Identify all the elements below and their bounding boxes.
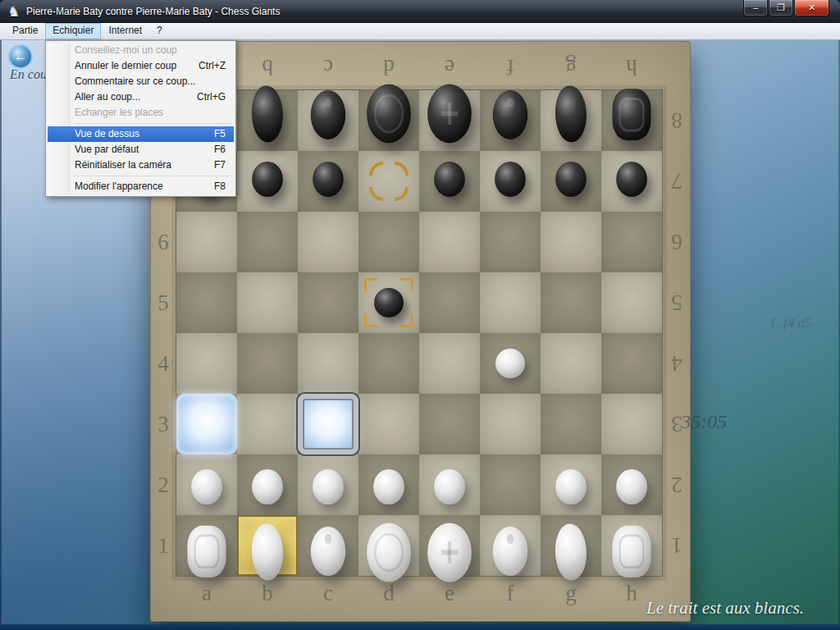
square-b4[interactable]: [237, 333, 298, 394]
menu-item-shortcut: F7: [214, 158, 226, 173]
menu-item-label: Conseillez-moi un coup: [75, 44, 177, 56]
file-label-top-b: b: [237, 54, 298, 80]
square-b6[interactable]: [237, 212, 298, 272]
piece-white-knight-g1[interactable]: [555, 524, 587, 581]
piece-black-rook-h8[interactable]: [612, 89, 651, 140]
piece-white-pawn-h2[interactable]: [616, 469, 647, 504]
menu-item-echanger-les-places: Echanger les places: [48, 105, 234, 121]
menu-item-shortcut: Ctrl+Z: [199, 58, 226, 74]
piece-white-king-e1[interactable]: [427, 523, 472, 582]
rank-label-right-1: 1: [664, 515, 690, 576]
square-d6[interactable]: [358, 212, 419, 272]
title-bar[interactable]: ♞ Pierre-Marie Baty contre Pierre-Marie …: [0, 0, 840, 23]
piece-white-pawn-f4[interactable]: [495, 349, 525, 378]
piece-black-pawn-c7[interactable]: [313, 162, 344, 197]
square-e4[interactable]: [419, 333, 480, 394]
square-b3[interactable]: [237, 394, 298, 454]
menu-item-vue-de-dessus[interactable]: Vue de dessusF5: [48, 126, 234, 142]
rank-label-right-2: 2: [664, 454, 690, 515]
piece-black-queen-d8[interactable]: [367, 84, 411, 144]
menu-item-shortcut: Ctrl+G: [197, 89, 226, 105]
app-icon: ♞: [7, 3, 20, 21]
piece-white-rook-a1[interactable]: [187, 526, 226, 578]
rank-label-left-5: 5: [150, 272, 176, 333]
menu-item-vue-par-d-faut[interactable]: Vue par défautF6: [48, 142, 234, 158]
square-g5[interactable]: [541, 272, 601, 333]
piece-white-pawn-d2[interactable]: [373, 469, 404, 504]
square-c6[interactable]: [298, 212, 358, 272]
menubar: PartieEchiquierInternet?: [0, 23, 840, 40]
menu-item-aller-au-coup[interactable]: Aller au coup...Ctrl+G: [48, 89, 234, 105]
square-a6[interactable]: [176, 212, 237, 272]
menu-item-label: Commentaire sur ce coup...: [75, 75, 195, 87]
square-d3[interactable]: [358, 394, 419, 454]
marker-corner-tr: [400, 278, 413, 291]
piece-black-bishop-f8[interactable]: [493, 90, 528, 139]
piece-black-bishop-c8[interactable]: [311, 90, 346, 139]
square-a4[interactable]: [176, 333, 237, 394]
menubar-item-echiquier[interactable]: Echiquier: [45, 23, 101, 39]
file-label-top-c: c: [298, 54, 358, 80]
square-e3[interactable]: [419, 394, 480, 454]
piece-black-pawn-h7[interactable]: [616, 162, 647, 197]
move-list: 1. f4 d5: [769, 315, 811, 331]
square-c4[interactable]: [298, 333, 358, 394]
square-f6[interactable]: [480, 212, 541, 272]
square-d4[interactable]: [358, 333, 419, 394]
square-h6[interactable]: [601, 212, 662, 272]
menu-item-label: Réinitialiser la caméra: [75, 159, 171, 171]
piece-white-pawn-a2[interactable]: [191, 469, 222, 504]
file-label-bottom-e: e: [419, 581, 480, 606]
square-e5[interactable]: [419, 272, 480, 333]
marker-corner-br: [395, 187, 409, 201]
back-arrow-button[interactable]: ←: [8, 44, 33, 69]
menu-item-modifier-l-apparence[interactable]: Modifier l'apparenceF8: [48, 179, 234, 194]
piece-black-pawn-f7[interactable]: [495, 162, 526, 197]
piece-white-bishop-f1[interactable]: [493, 527, 528, 576]
piece-black-pawn-g7[interactable]: [555, 162, 587, 197]
maximize-button[interactable]: ❐: [769, 0, 793, 16]
menubar-item-partie[interactable]: Partie: [5, 23, 45, 39]
piece-white-rook-h1[interactable]: [612, 526, 651, 578]
square-g6[interactable]: [541, 212, 601, 272]
piece-white-knight-b1[interactable]: [252, 524, 283, 581]
piece-black-knight-b8[interactable]: [252, 85, 283, 142]
menubar-item-internet[interactable]: Internet: [101, 23, 149, 39]
piece-black-king-e8[interactable]: [427, 84, 472, 144]
file-label-bottom-b: b: [237, 581, 298, 606]
square-a5[interactable]: [176, 272, 237, 333]
square-h3[interactable]: [601, 394, 662, 454]
menu-item-r-initialiser-la-cam-ra[interactable]: Réinitialiser la caméraF7: [48, 158, 234, 173]
rank-label-left-3: 3: [150, 394, 176, 454]
file-label-top-f: f: [480, 54, 541, 80]
square-f5[interactable]: [480, 272, 541, 333]
square-h4[interactable]: [601, 333, 662, 394]
square-c5[interactable]: [298, 272, 358, 333]
square-f3[interactable]: [480, 394, 541, 454]
piece-white-bishop-c1[interactable]: [311, 527, 346, 576]
rank-label-right-5: 5: [664, 272, 690, 333]
piece-white-pawn-g2[interactable]: [555, 469, 587, 504]
square-h5[interactable]: [601, 272, 662, 333]
square-b5[interactable]: [237, 272, 298, 333]
square-g3[interactable]: [541, 394, 601, 454]
piece-black-pawn-e7[interactable]: [434, 162, 465, 197]
piece-white-pawn-e2[interactable]: [434, 469, 465, 504]
menu-item-commentaire-sur-ce-coup[interactable]: Commentaire sur ce coup...: [48, 74, 234, 89]
file-label-bottom-c: c: [298, 581, 358, 606]
square-g4[interactable]: [541, 333, 601, 394]
piece-white-queen-d1[interactable]: [367, 523, 411, 582]
piece-black-knight-g8[interactable]: [555, 85, 587, 142]
close-button[interactable]: ✕: [794, 0, 829, 16]
minimize-button[interactable]: –: [743, 0, 768, 16]
piece-white-pawn-c2[interactable]: [313, 469, 344, 504]
menubar-item-help[interactable]: ?: [149, 23, 170, 39]
square-e6[interactable]: [419, 212, 480, 272]
piece-black-pawn-d5[interactable]: [374, 288, 404, 317]
menu-item-label: Echanger les places: [75, 107, 163, 118]
piece-black-pawn-b7[interactable]: [252, 162, 283, 197]
menu-item-shortcut: F5: [214, 126, 226, 142]
menu-item-annuler-le-dernier-coup[interactable]: Annuler le dernier coupCtrl+Z: [48, 58, 234, 74]
piece-white-pawn-b2[interactable]: [252, 469, 283, 504]
square-f2[interactable]: [480, 454, 541, 515]
